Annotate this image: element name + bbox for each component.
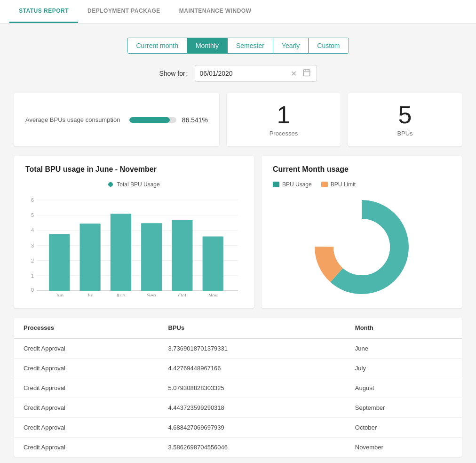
cell-month: October — [346, 418, 462, 438]
show-for-row: Show for: ✕ — [14, 65, 462, 82]
legend-color-bpu-usage — [273, 182, 279, 187]
bar-chart-svg: 6 5 4 3 2 1 0 — [25, 192, 243, 296]
period-btn-group: Current month Monthly Semester Yearly Cu… — [127, 38, 349, 54]
svg-rect-22 — [172, 220, 192, 291]
legend-label-bpu-limit: BPU Limit — [331, 181, 356, 188]
cell-month: September — [346, 398, 462, 418]
table-row: Credit Approval 4.42769448967166 July — [14, 359, 462, 378]
avg-bpu-label: Average BPUs usage consumption — [25, 116, 120, 123]
cell-month: July — [346, 359, 462, 378]
bpus-label: BPUs — [397, 130, 413, 137]
bar-chart-wrap: 6 5 4 3 2 1 0 — [25, 192, 243, 298]
svg-rect-19 — [80, 224, 101, 291]
table-body: Credit Approval 3.7369018701379331 June … — [14, 338, 462, 457]
donut-chart-card: Current Month usage BPU Usage BPU Limit — [262, 156, 462, 308]
col-header-processes: Processes — [14, 318, 159, 338]
data-table: Processes BPUs Month Credit Approval 3.7… — [14, 318, 462, 457]
period-btn-custom[interactable]: Custom — [309, 38, 348, 53]
cell-bpus: 5.079308828303325 — [159, 378, 346, 398]
svg-text:1: 1 — [31, 273, 34, 279]
svg-text:2: 2 — [31, 258, 34, 263]
svg-text:3: 3 — [31, 243, 34, 248]
col-header-bpus: BPUs — [159, 318, 346, 338]
progress-pct: 86.541% — [182, 116, 208, 124]
svg-rect-0 — [303, 70, 310, 76]
svg-text:0: 0 — [31, 287, 34, 293]
bpus-value: 5 — [398, 103, 412, 127]
svg-rect-21 — [141, 223, 162, 291]
table-row: Credit Approval 3.5862698704556046 Novem… — [14, 438, 462, 457]
cell-month: November — [346, 438, 462, 457]
svg-text:6: 6 — [31, 197, 34, 203]
table-header-row: Processes BPUs Month — [14, 318, 462, 338]
bar-legend-label: Total BPU Usage — [117, 181, 159, 188]
show-for-label: Show for: — [159, 70, 187, 77]
cell-process: Credit Approval — [14, 438, 159, 457]
donut-chart-title: Current Month usage — [273, 165, 451, 174]
period-selector: Current month Monthly Semester Yearly Cu… — [14, 38, 462, 54]
cell-process: Credit Approval — [14, 338, 159, 359]
bar-chart-legend: Total BPU Usage — [25, 181, 243, 188]
cell-bpus: 3.7369018701379331 — [159, 338, 346, 359]
donut-svg — [310, 195, 413, 299]
svg-rect-20 — [111, 214, 131, 291]
svg-rect-23 — [203, 236, 223, 290]
svg-text:Sep: Sep — [147, 293, 156, 296]
progress-bar-fill — [129, 117, 170, 123]
table-row: Credit Approval 4.688427069697939 Octobe… — [14, 418, 462, 438]
progress-wrap: 86.541% — [129, 116, 208, 124]
period-btn-semester[interactable]: Semester — [228, 38, 273, 53]
avg-bpu-card: Average BPUs usage consumption 86.541% — [14, 93, 219, 146]
nav-status-report[interactable]: STATUS REPORT — [9, 0, 78, 23]
svg-point-32 — [333, 219, 390, 275]
table-card: Processes BPUs Month Credit Approval 3.7… — [14, 318, 462, 457]
cell-process: Credit Approval — [14, 359, 159, 378]
cell-bpus: 4.443723599290318 — [159, 398, 346, 418]
top-nav: STATUS REPORT DEPLOYMENT PACKAGE MAINTEN… — [0, 0, 476, 24]
legend-item-bpu-limit: BPU Limit — [321, 181, 356, 188]
stats-row: Average BPUs usage consumption 86.541% 1… — [14, 93, 462, 146]
processes-label: Processes — [270, 130, 298, 137]
nav-maintenance-window[interactable]: MAINTENANCE WINDOW — [170, 0, 261, 23]
donut-wrap — [273, 195, 451, 299]
cell-bpus: 4.42769448967166 — [159, 359, 346, 378]
processes-card: 1 Processes — [227, 93, 341, 146]
cell-bpus: 4.688427069697939 — [159, 418, 346, 438]
bpus-card: 5 BPUs — [348, 93, 462, 146]
processes-value: 1 — [277, 103, 291, 127]
svg-text:Nov: Nov — [208, 293, 218, 296]
period-btn-current-month[interactable]: Current month — [127, 38, 187, 53]
cell-process: Credit Approval — [14, 378, 159, 398]
svg-text:Jun: Jun — [55, 293, 63, 296]
svg-text:Oct: Oct — [178, 293, 186, 296]
date-input-wrap: ✕ — [195, 65, 317, 82]
date-input[interactable] — [200, 70, 290, 77]
donut-legend: BPU Usage BPU Limit — [273, 181, 451, 188]
cell-process: Credit Approval — [14, 418, 159, 438]
table-row: Credit Approval 5.079308828303325 August — [14, 378, 462, 398]
legend-label-bpu-usage: BPU Usage — [282, 181, 312, 188]
calendar-icon-button[interactable] — [301, 68, 312, 79]
cell-month: June — [346, 338, 462, 359]
svg-rect-18 — [49, 234, 70, 291]
charts-row: Total BPU usage in June - November Total… — [14, 156, 462, 308]
legend-item-bpu-usage: BPU Usage — [273, 181, 312, 188]
progress-bar-bg — [129, 117, 176, 123]
svg-text:Aug: Aug — [116, 293, 126, 296]
svg-text:Jul: Jul — [87, 293, 94, 296]
date-input-icons: ✕ — [290, 68, 312, 79]
period-btn-yearly[interactable]: Yearly — [273, 38, 309, 53]
cell-bpus: 3.5862698704556046 — [159, 438, 346, 457]
legend-color-bpu-limit — [321, 182, 328, 187]
nav-deployment-package[interactable]: DEPLOYMENT PACKAGE — [78, 0, 170, 23]
period-btn-monthly[interactable]: Monthly — [187, 38, 228, 53]
svg-text:4: 4 — [31, 227, 34, 233]
cell-process: Credit Approval — [14, 398, 159, 418]
bar-chart-card: Total BPU usage in June - November Total… — [14, 156, 254, 308]
cell-month: August — [346, 378, 462, 398]
table-row: Credit Approval 3.7369018701379331 June — [14, 338, 462, 359]
bar-chart-title: Total BPU usage in June - November — [25, 165, 243, 174]
clear-date-button[interactable]: ✕ — [290, 69, 298, 78]
main-content: Current month Monthly Semester Yearly Cu… — [0, 24, 476, 463]
svg-text:5: 5 — [31, 212, 34, 218]
